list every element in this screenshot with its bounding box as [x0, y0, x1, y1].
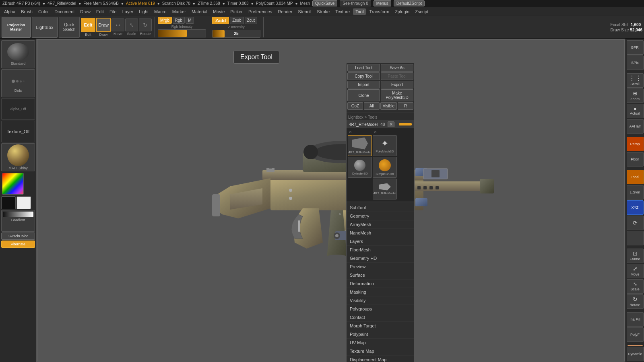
- quicksave-button[interactable]: QuickSave: [312, 0, 337, 6]
- persp-button[interactable]: Persp: [627, 137, 644, 151]
- menu-zplugin[interactable]: Zplugin: [392, 8, 412, 15]
- black-swatch[interactable]: [1, 196, 16, 209]
- arraymesh-item[interactable]: ArrayMesh: [347, 220, 414, 229]
- menu-light[interactable]: Light: [136, 8, 151, 15]
- menu-stroke[interactable]: Stroke: [314, 8, 332, 15]
- canvas-area[interactable]: △ ⊕ Export Tool Load Tool Save As: [36, 39, 625, 362]
- menu-brush[interactable]: Brush: [19, 8, 35, 15]
- z-intensity-slider[interactable]: 25: [212, 30, 260, 38]
- menu-marker[interactable]: Marker: [170, 8, 188, 15]
- material-sphere-rp[interactable]: [627, 345, 643, 346]
- texture-off[interactable]: Texture_Off: [1, 121, 35, 142]
- xyz-button[interactable]: XYZ: [627, 200, 644, 215]
- make-polymesh3d-button[interactable]: Make PolyMesh3D: [381, 89, 413, 101]
- mah-shiny-material[interactable]: MAH_Shiny: [1, 143, 35, 171]
- menu-movie[interactable]: Movie: [211, 8, 227, 15]
- local-button[interactable]: Local: [627, 170, 644, 184]
- masking-item[interactable]: Masking: [347, 288, 414, 296]
- lsym-button[interactable]: L.Sym: [627, 185, 644, 200]
- inafill-button[interactable]: Ina Fill: [627, 312, 644, 327]
- model-name-row[interactable]: 4R7_RifleModel 48 R: [347, 120, 414, 128]
- symmetry-button[interactable]: ⟳: [627, 216, 644, 230]
- bpr-button[interactable]: BPR: [627, 40, 644, 55]
- rotate-rp-button[interactable]: ↻ Rotate: [627, 294, 644, 309]
- menu-color[interactable]: Color: [36, 8, 51, 15]
- frame-button[interactable]: ⊡ Frame: [627, 249, 644, 263]
- texture-map-item[interactable]: Texture Map: [347, 347, 414, 356]
- export-button[interactable]: Export: [381, 81, 413, 88]
- color-picker[interactable]: [2, 173, 24, 195]
- subtool-item[interactable]: SubTool: [347, 204, 414, 212]
- paste-tool-button[interactable]: Paste Tool: [381, 72, 413, 80]
- polyf-button[interactable]: PolyF: [627, 327, 644, 342]
- menu-alpha[interactable]: Alpha: [2, 8, 18, 15]
- deformation-item[interactable]: Deformation: [347, 280, 414, 288]
- visible-button[interactable]: Visible: [380, 102, 397, 110]
- move-rp-button[interactable]: ⤢ Move: [627, 264, 644, 278]
- gradient-item[interactable]: Gradient: [1, 210, 35, 232]
- menu-transform[interactable]: Transform: [367, 8, 392, 15]
- alpha-off[interactable]: Alpha_Off: [1, 98, 35, 120]
- load-tool-button[interactable]: Load Tool: [347, 64, 380, 72]
- r3-button[interactable]: [627, 231, 644, 245]
- quick-sketch-button[interactable]: Quick Sketch: [59, 17, 80, 38]
- menu-file[interactable]: File: [107, 8, 119, 15]
- import-button[interactable]: Import: [347, 81, 380, 88]
- defaultzscript-button[interactable]: DefaultZScript: [394, 0, 425, 6]
- menu-edit[interactable]: Edit: [94, 8, 106, 15]
- zadd-button[interactable]: Zadd: [212, 17, 229, 24]
- menu-stencil[interactable]: Stencil: [295, 8, 314, 15]
- scale-button[interactable]: ⤡: [125, 19, 138, 31]
- nanomesh-item[interactable]: NanoMesh: [347, 229, 414, 237]
- cylinder3d-thumb[interactable]: Cylinder3D: [348, 157, 372, 178]
- draw-button[interactable]: Draw: [96, 18, 111, 32]
- geometry-hd-item[interactable]: Geometry HD: [347, 254, 414, 263]
- morph-target-item[interactable]: Morph Target: [347, 322, 414, 330]
- rgb-button[interactable]: Rgb: [173, 17, 185, 24]
- aahalf-button[interactable]: AAHalf: [627, 119, 644, 134]
- r-model-button[interactable]: R: [388, 121, 394, 127]
- menu-texture[interactable]: Texture: [333, 8, 352, 15]
- menu-macro[interactable]: Macro: [152, 8, 169, 15]
- geometry-item[interactable]: Geometry: [347, 212, 414, 220]
- m-button[interactable]: M: [186, 17, 194, 24]
- scroll-button[interactable]: ⋮⋮ Scroll: [627, 73, 644, 88]
- fibermesh-item[interactable]: FiberMesh: [347, 246, 414, 254]
- rotate-button[interactable]: ↻: [139, 19, 152, 31]
- rifle-thumb-1[interactable]: 4R7_RifleModel: [348, 135, 372, 156]
- actual-button[interactable]: ■ Actual: [627, 104, 644, 118]
- goz-button[interactable]: GoZ: [347, 102, 363, 110]
- zsub-button[interactable]: Zsub: [230, 17, 244, 24]
- copy-tool-button[interactable]: Copy Tool: [347, 72, 380, 80]
- menu-material[interactable]: Material: [189, 8, 210, 15]
- menu-zscript[interactable]: Zscript: [413, 8, 431, 15]
- see-through-button[interactable]: See-through 0: [340, 0, 371, 6]
- menu-render[interactable]: Render: [275, 8, 295, 15]
- polypaint-item[interactable]: Polypaint: [347, 330, 414, 339]
- rgb-intensity-slider[interactable]: [158, 29, 206, 37]
- dynamic-button[interactable]: Dynamic: [627, 347, 644, 361]
- scale-rp-button[interactable]: ⤡ Scale: [627, 279, 644, 294]
- mrgb-button[interactable]: Mrgb: [158, 17, 172, 24]
- standard-brush[interactable]: Standard: [1, 40, 35, 68]
- dots-brush[interactable]: Dots: [1, 69, 35, 97]
- all-button[interactable]: All: [364, 102, 380, 110]
- polygroups-item[interactable]: Polygroups: [347, 305, 414, 313]
- alternate-button[interactable]: Alternate: [1, 241, 35, 248]
- r-button[interactable]: R: [398, 102, 413, 110]
- zoom-button[interactable]: ⊕ Zoom: [627, 88, 644, 103]
- menu-picker[interactable]: Picker: [228, 8, 245, 15]
- simplebrush-thumb[interactable]: SimpleBrush: [373, 157, 397, 178]
- lightbox-button[interactable]: LightBox: [32, 17, 58, 38]
- layers-item[interactable]: Layers: [347, 237, 414, 246]
- menu-document[interactable]: Document: [52, 8, 77, 15]
- menus-button[interactable]: Menus: [374, 0, 391, 6]
- displacement-map-item[interactable]: Displacement Map: [347, 356, 414, 362]
- save-as-button[interactable]: Save As: [381, 64, 413, 72]
- edit-button[interactable]: Edit: [81, 18, 95, 32]
- menu-preferences[interactable]: Preferences: [246, 8, 275, 15]
- rifle-thumb-2[interactable]: 4R7_RifleModel: [373, 179, 397, 200]
- move-button[interactable]: ↔: [111, 19, 124, 31]
- surface-item[interactable]: Surface: [347, 271, 414, 280]
- uv-map-item[interactable]: UV Map: [347, 339, 414, 347]
